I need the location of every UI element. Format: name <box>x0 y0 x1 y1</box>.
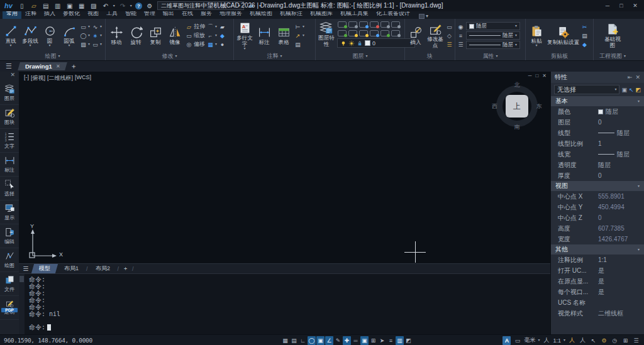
block-editor-button[interactable]: ◇ <box>446 31 453 40</box>
prop-row-ltscale[interactable]: 线型比例1 <box>551 138 644 149</box>
copy-clip-icon[interactable]: ▤ <box>581 31 588 40</box>
viewport-view-control[interactable]: [俯视] <box>31 74 45 82</box>
section-view[interactable]: 视图▾ <box>551 181 644 191</box>
array-button[interactable]: ▦▾ <box>207 40 217 48</box>
sidebar-item-draw[interactable]: 绘图 <box>0 248 19 272</box>
redo-icon[interactable]: ↷ <box>118 1 127 10</box>
sidebar-item-display[interactable]: 显示 <box>0 200 19 224</box>
paste-button[interactable]: 粘贴▾ <box>528 25 545 47</box>
panel-label-views[interactable]: 工程视图▾ <box>594 52 631 60</box>
clear-icon[interactable]: ◆ <box>581 40 588 48</box>
layer-freeze-icon[interactable] <box>359 21 368 28</box>
cursor-badge-icon[interactable]: ↖ <box>589 336 597 345</box>
prop-row-transparency[interactable]: 透明度随层 <box>551 160 644 170</box>
linetype-dropdown[interactable]: 随层▾ <box>466 31 520 40</box>
text-style-button[interactable]: ▤ <box>294 40 304 48</box>
sidebar-item-text[interactable]: 文字 <box>0 129 19 153</box>
fullscreen-icon[interactable]: ⊞ <box>621 336 630 345</box>
copy-paste-settings-button[interactable]: 复制粘贴设置 <box>547 26 579 45</box>
layer-prev-icon[interactable] <box>370 30 379 36</box>
document-tab[interactable]: Drawing1 ✕ <box>18 62 67 70</box>
autohide-pin-icon[interactable]: ⇤ <box>628 74 633 80</box>
undo-caret-icon[interactable]: ▾ <box>113 4 115 8</box>
sidebar-item-dimension[interactable]: 标注 <box>0 153 19 177</box>
prop-row-thickness[interactable]: 厚度0 <box>551 170 644 181</box>
tab-layout1[interactable]: 布局1 <box>57 264 86 273</box>
offset-button[interactable]: ◎偏移 <box>186 40 205 48</box>
polyline-button[interactable]: 多段线▾ <box>21 25 39 47</box>
toggle-pickadd-icon[interactable]: ▣ <box>621 87 627 93</box>
snap-toggle-icon[interactable]: ▦ <box>281 336 289 345</box>
edit-basepoint-button[interactable]: 修改基点 <box>426 23 444 48</box>
selection-cycling-icon[interactable]: ➤ <box>378 336 386 345</box>
prop-row-height[interactable]: 高度607.7385 <box>551 223 644 234</box>
workspace-switch-icon[interactable]: ≡ <box>387 336 395 345</box>
trim-button[interactable]: ▰ <box>219 23 226 31</box>
command-line[interactable]: 命令: 命令: 命令: 命令: 命令: 命令: nil 命令: <box>19 273 550 334</box>
leader-button[interactable]: ↗▾ <box>294 31 304 40</box>
sidebar-close-icon[interactable]: ✕ <box>10 72 19 81</box>
save-as-icon[interactable]: ▥ <box>53 1 62 10</box>
layer-match-icon[interactable] <box>391 21 400 28</box>
copy-button[interactable]: 复制 <box>147 26 164 45</box>
command-input[interactable]: 命令: <box>29 323 547 332</box>
units-icon[interactable]: ▭ <box>513 336 521 345</box>
mtext-button[interactable]: 多行文字▾ <box>236 21 253 50</box>
help-icon[interactable]: ? <box>135 3 142 9</box>
revcloud-button[interactable]: ▭▾ <box>92 40 102 48</box>
sidebar-item-file[interactable]: 文件 <box>0 272 19 296</box>
grid-toggle-icon[interactable]: ▤ <box>290 336 298 345</box>
match-properties-icon[interactable]: ◉ <box>457 23 464 31</box>
line-button[interactable]: 直线▾ <box>2 25 19 47</box>
prop-row-layer[interactable]: 图层0 <box>551 117 644 128</box>
quick-properties-icon[interactable]: ⊞ <box>369 336 377 345</box>
clean-screen-clock-icon[interactable]: ◷ <box>611 336 619 345</box>
tab-layout2[interactable]: 布局2 <box>87 264 117 273</box>
redo-caret-icon[interactable]: ▾ <box>130 4 132 8</box>
units-label[interactable]: 毫米 <box>524 336 535 344</box>
layout-menu-icon[interactable]: ☰ <box>20 265 31 272</box>
prop-row-center-x[interactable]: 中心点 X555.8901 <box>551 191 644 202</box>
layer-dropdown[interactable]: 0 ▾ <box>337 38 415 48</box>
circle-button[interactable]: 圆▾ <box>41 25 58 47</box>
prop-row-annoscale[interactable]: 注释比例1:1 <box>551 255 644 265</box>
prop-row-ucs-viewport[interactable]: 每个视口...是 <box>551 287 644 297</box>
layer-off-icon[interactable] <box>348 21 357 28</box>
sidebar-item-layers[interactable]: 图层 <box>0 81 19 105</box>
osnap-toggle-icon[interactable]: ▣ <box>316 336 325 345</box>
cut-icon[interactable]: ✂ <box>581 23 588 31</box>
attribute-button[interactable]: ☰ <box>446 40 453 48</box>
ribbon-options-button[interactable]: ▾ <box>416 13 431 19</box>
scale-button[interactable]: ▭缩放 <box>186 31 205 40</box>
qat-options-icon[interactable]: ▾ <box>259 4 261 8</box>
polar-tracking-icon[interactable]: ◯ <box>308 336 316 345</box>
print-icon[interactable]: ▦ <box>77 1 86 10</box>
view-cube-west[interactable]: 西 <box>492 102 497 111</box>
view-cube-north[interactable]: 北 <box>514 81 520 89</box>
layer-merge-icon[interactable] <box>380 30 389 36</box>
console-scrollbar[interactable] <box>19 276 24 282</box>
panel-label-block[interactable]: 块 <box>405 52 455 60</box>
layer-thaw-icon[interactable] <box>338 30 347 36</box>
ortho-toggle-icon[interactable]: ∟ <box>299 336 307 345</box>
lineweight-dropdown[interactable]: 随层▾ <box>466 41 520 49</box>
undo-icon[interactable]: ↶ <box>101 1 110 10</box>
mirror-button[interactable]: 镜像 <box>166 26 184 45</box>
hatch-button[interactable]: ▨▾ <box>80 40 90 48</box>
prop-row-ucs-name[interactable]: UCS 名称 <box>551 297 644 308</box>
chamfer-button[interactable]: ⌐▾ <box>207 31 217 40</box>
view-cube[interactable]: 北 南 西 东 上 <box>492 82 541 131</box>
section-misc[interactable]: 其他▾ <box>551 244 644 255</box>
status-menu-icon[interactable]: ☰ <box>632 336 640 345</box>
viewport-wcs-control[interactable]: [WCS] <box>75 74 91 82</box>
viewport-visual-style-control[interactable]: [二维线框] <box>47 74 73 82</box>
scale-caret-icon[interactable]: ▾ <box>564 339 565 342</box>
annotation-badge-icon[interactable]: A <box>502 336 511 345</box>
view-cube-top-face[interactable]: 上 <box>506 95 528 118</box>
layer-unlock-icon[interactable] <box>348 30 357 36</box>
otrack-toggle-icon[interactable]: ✎ <box>334 336 342 345</box>
prop-row-lineweight[interactable]: 线宽随层 <box>551 149 644 160</box>
dimension-button[interactable]: 标注 <box>255 26 273 45</box>
prop-row-ucs-origin[interactable]: 在原点显...是 <box>551 276 644 287</box>
rotate-button[interactable]: 旋转 <box>127 26 145 45</box>
